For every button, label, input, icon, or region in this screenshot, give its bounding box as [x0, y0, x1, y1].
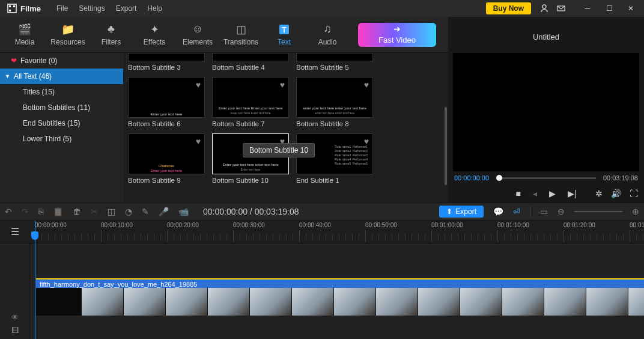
preset-thumb[interactable]: ♥CharacterEnter your text here [128, 133, 205, 174]
ruler-tick: 00:00:00:00 [35, 222, 67, 228]
menu-settings[interactable]: Settings [79, 4, 105, 13]
sidebar-alltext-label: All Text (46) [14, 72, 52, 81]
export-button[interactable]: ⬆Export [439, 206, 484, 218]
sidebar-end-subtitles[interactable]: End Subtitles (15) [0, 115, 123, 131]
filme-logo-icon [7, 4, 17, 13]
maximize-button[interactable]: ☐ [598, 0, 620, 17]
preview-title: Untitled [448, 30, 644, 42]
tab-filters-label: Filters [102, 38, 121, 46]
redo-button[interactable]: ↷ [22, 207, 29, 216]
preset-thumb[interactable] [296, 53, 373, 61]
text-icon: T [263, 23, 305, 35]
timeline[interactable]: 👁 🎞 fifth_harmony_don_t_say_you_love_me_… [0, 243, 644, 339]
preset-thumb[interactable] [212, 53, 289, 61]
fast-video-label: Fast Video [378, 35, 416, 44]
prev-frame-button[interactable]: ◂ [533, 189, 537, 198]
tab-effects[interactable]: ✦Effects [133, 23, 175, 46]
tab-filters[interactable]: ♣Filters [90, 23, 132, 46]
paste-button[interactable]: 📋 [53, 207, 63, 216]
next-frame-button[interactable]: ▶| [568, 189, 577, 198]
favorite-icon[interactable]: ♥ [196, 80, 201, 90]
tab-media[interactable]: 🎬Media [4, 23, 46, 46]
play-button[interactable]: ▶ [549, 189, 556, 198]
copy-button[interactable]: ⎘ [38, 207, 43, 216]
text-category-sidebar: ❤Favorite (0) All Text (46) Titles (15) … [0, 53, 123, 203]
delete-button[interactable]: 🗑 [73, 207, 81, 216]
clip-thumbnails[interactable] [36, 288, 644, 339]
tab-elements[interactable]: ☺Elements [177, 23, 219, 46]
zoom-out-button[interactable]: ⊖ [557, 207, 565, 216]
settings-icon[interactable]: ✲ [595, 189, 603, 198]
folder-icon: 📁 [47, 23, 89, 35]
preset-thumb[interactable]: ♥Enter your text here Enter your text he… [212, 77, 289, 118]
mic-button[interactable]: 🎤 [159, 207, 169, 216]
split-button[interactable]: ✂ [91, 207, 98, 216]
menu-help[interactable]: Help [147, 4, 162, 13]
sidebar-lower-third[interactable]: Lower Third (5) [0, 131, 123, 147]
favorite-icon[interactable]: ♥ [280, 80, 285, 90]
preset-label: Bottom Subtitle 6 [128, 120, 205, 127]
filters-icon: ♣ [90, 23, 132, 35]
timeline-toolbar: ↶ ↷ ⎘ 📋 🗑 ✂ ◫ ◔ ✎ 🎤 📹 00:00:00:00 / 00:0… [0, 203, 644, 221]
favorite-icon[interactable]: ♥ [280, 136, 285, 146]
snap-button[interactable]: ⏎ [513, 207, 520, 216]
marker-button[interactable]: 💬 [493, 207, 503, 216]
preset-thumb[interactable]: ♥Role name1 Performer1Role name2 Perform… [296, 133, 373, 174]
visibility-icon[interactable]: 👁 [11, 313, 19, 322]
fast-video-button[interactable]: ➜Fast Video [358, 23, 436, 47]
add-icon[interactable]: + [245, 148, 256, 159]
favorite-icon[interactable]: ♥ [196, 136, 201, 146]
film-track-icon[interactable]: 🎞 [11, 326, 19, 335]
preview-panel: 00:00:00:00 00:03:19:08 ■ ◂ ▶ ▶| ✲ 🔊 ⛶ [448, 53, 644, 203]
tab-text[interactable]: TText [263, 23, 305, 46]
account-icon[interactable] [536, 0, 553, 17]
menu-export[interactable]: Export [116, 4, 137, 13]
preset-thumb[interactable] [128, 53, 205, 61]
sidebar-all-text[interactable]: All Text (46) [0, 69, 123, 84]
effects-icon: ✦ [133, 23, 175, 35]
ruler-tick: 00:00:10:00 [101, 222, 133, 228]
menu-file[interactable]: File [56, 4, 68, 13]
sidebar-bottom-subtitles[interactable]: Bottom Subtitles (11) [0, 100, 123, 115]
camera-button[interactable]: 📹 [178, 207, 189, 216]
preset-thumb[interactable]: ♥Enter your text here [128, 77, 205, 118]
crop-button[interactable]: ◫ [108, 207, 115, 216]
preview-current-time: 00:00:00:00 [454, 174, 489, 182]
zoom-slider[interactable] [574, 211, 622, 212]
fullscreen-icon[interactable]: ⛶ [630, 189, 638, 198]
tab-effects-label: Effects [144, 38, 165, 46]
buy-now-button[interactable]: Buy Now [486, 2, 531, 14]
clip-label[interactable]: fifth_harmony_don_t_say_you_love_me_h264… [36, 278, 644, 288]
stop-button[interactable]: ■ [515, 189, 520, 198]
ruler-tick: 00:01:20:00 [564, 222, 595, 228]
fit-button[interactable]: ▭ [540, 207, 548, 216]
empty-track[interactable] [30, 243, 644, 278]
scrollbar[interactable] [445, 107, 447, 185]
preset-thumb-selected[interactable]: ♥+Enter your text here enter text hereEn… [212, 133, 289, 174]
minimize-button[interactable]: ─ [577, 0, 598, 17]
speed-button[interactable]: ◔ [125, 207, 132, 216]
undo-button[interactable]: ↶ [5, 207, 12, 216]
zoom-in-button[interactable]: ⊕ [632, 207, 639, 216]
playhead[interactable] [35, 221, 35, 339]
tab-audio-label: Audio [318, 38, 337, 46]
tab-resources[interactable]: 📁Resources [47, 23, 89, 46]
sidebar-titles[interactable]: Titles (15) [0, 84, 123, 100]
text-presets-grid: Bottom Subtitle 3 Bottom Subtitle 4 Bott… [123, 53, 448, 203]
preset-label: Bottom Subtitle 4 [212, 64, 289, 71]
tab-transitions[interactable]: ◫Transitions [220, 23, 262, 46]
track-menu-button[interactable]: ☰ [0, 221, 30, 243]
close-button[interactable]: ✕ [620, 0, 642, 17]
favorite-icon[interactable]: ♥ [364, 80, 369, 90]
edit-button[interactable]: ✎ [142, 207, 149, 216]
preview-canvas[interactable] [453, 53, 639, 171]
tab-audio[interactable]: ♫Audio [306, 23, 348, 46]
svg-text:T: T [282, 26, 287, 34]
preview-scrubber[interactable] [496, 177, 596, 179]
preset-thumb[interactable]: ♥enter your text here enter your text he… [296, 77, 373, 118]
sidebar-favorite[interactable]: ❤Favorite (0) [0, 53, 123, 69]
mail-icon[interactable] [553, 0, 570, 17]
volume-icon[interactable]: 🔊 [611, 189, 621, 198]
timeline-ruler[interactable]: ☰ 00:00:00:00 00:00:10:00 00:00:20:00 00… [0, 221, 644, 243]
ruler-tick: 00:00:50:00 [365, 222, 397, 228]
